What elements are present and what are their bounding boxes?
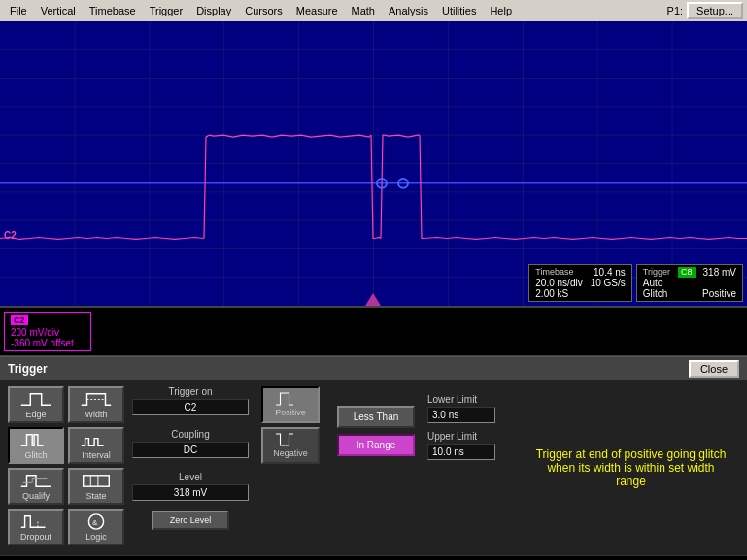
menu-display[interactable]: Display [190,3,237,18]
timebase-val: 10.4 ns [594,267,626,278]
trigger-types: Edge Width Glitch Interval Qualify [8,386,124,549]
ch2-vdiv: 200 mV/div [11,327,85,338]
trigger-title: Trigger [8,362,48,376]
level-input[interactable] [132,484,249,501]
menubar: File Vertical Timebase Trigger Display C… [0,0,747,21]
trigger-type-interval[interactable]: Interval [68,427,124,464]
p1-label: P1: [667,5,684,16]
trigger-type-dropout[interactable]: Dropout [8,509,64,545]
coupling-label: Coupling [132,429,249,440]
svg-marker-21 [365,293,381,306]
less-than-button[interactable]: Less Than [337,406,415,428]
status-bar: C2 200 mV/div -360 mV offset [0,308,747,356]
menu-math[interactable]: Math [346,3,381,18]
menu-cursors[interactable]: Cursors [239,3,289,18]
menu-timebase[interactable]: Timebase [84,3,142,18]
width-label: Width [85,410,107,419]
menu-trigger[interactable]: Trigger [144,3,188,18]
trigger-header: Trigger Close [0,357,747,380]
in-range-button[interactable]: In Range [337,434,415,456]
scope-info-right: Timebase 10.4 ns 20.0 ns/div 10 GS/s 2.0… [528,264,743,302]
trigger-on-row: Trigger on [132,386,249,415]
trigger-on-label: Trigger on [132,386,249,397]
logic-label: Logic [85,532,107,542]
polarity-negative-btn[interactable]: Negative [261,427,320,464]
ks-val: 2.00 kS [535,288,568,299]
lower-limit-label: Lower Limit [427,394,515,405]
qualify-label: Qualify [22,491,50,501]
timebase-label: Timebase [535,267,573,278]
close-button[interactable]: Close [689,360,739,378]
coupling-input[interactable] [132,442,249,458]
trigger-info-label: Trigger [643,267,670,278]
level-row: Level [132,472,249,501]
trigger-mode-val: Auto [643,278,663,288]
trigger-mv-val: 318 mV [703,267,736,278]
coupling-row: Coupling [132,429,249,458]
trigger-settings: Trigger on Coupling Level Zero Level [132,386,249,549]
upper-limit-label: Upper Limit [427,431,515,442]
trigger-channel-badge: C8 [678,267,696,278]
trigger-pol-val: Positive [702,288,736,299]
menu-file[interactable]: File [4,3,33,18]
gs-val: 10 GS/s [591,278,626,288]
trigger-type-edge[interactable]: Edge [8,386,64,423]
svg-rect-23 [84,476,110,486]
scope-display: C2 Timebase 10.4 ns 20.0 ns/div 10 GS/s … [0,21,747,308]
menu-analysis[interactable]: Analysis [383,3,434,18]
footer: LeCroy 3/18/2003 2:12:02 AM [0,555,747,560]
trigger-type-state[interactable]: State [68,468,124,505]
ch2-info: C2 200 mV/div -360 mV offset [4,312,91,351]
interval-label: Interval [82,450,111,460]
upper-limit-row: Upper Limit [427,431,515,460]
edge-label: Edge [25,410,46,419]
trigger-type-val: Glitch [643,288,668,299]
range-col: Less Than In Range [332,386,420,549]
trigger-info-box: Trigger C8 318 mV Auto Glitch Positive [636,264,743,302]
trigger-on-input[interactable] [132,399,249,415]
ch2-badge: C2 [11,315,28,325]
level-label: Level [132,472,249,482]
menu-help[interactable]: Help [484,3,518,18]
setup-button[interactable]: Setup... [687,2,743,19]
polarity-col: Positive Negative [256,386,324,549]
p1-area: P1: Setup... [667,2,743,19]
ch2-offset: -360 mV offset [11,338,85,348]
timebase-box: Timebase 10.4 ns 20.0 ns/div 10 GS/s 2.0… [528,264,632,302]
polarity-positive-label: Positive [275,408,306,417]
upper-limit-input[interactable] [427,444,495,460]
menu-measure[interactable]: Measure [290,3,344,18]
trigger-panel: Trigger Close Edge Width Glitch In [0,356,747,555]
trigger-type-glitch[interactable]: Glitch [8,427,64,464]
zero-level-button[interactable]: Zero Level [152,511,229,530]
trigger-type-qualify[interactable]: Qualify [8,468,64,505]
svg-text:&: & [92,518,97,527]
limits-col: Lower Limit Upper Limit [427,386,515,549]
dropout-label: Dropout [20,532,51,542]
polarity-positive-btn[interactable]: Positive [261,386,320,423]
glitch-label: Glitch [24,450,47,460]
state-label: State [85,491,106,501]
trigger-type-logic[interactable]: & Logic [68,509,124,545]
trigger-type-width[interactable]: Width [68,386,124,423]
polarity-negative-label: Negative [273,448,308,458]
menu-vertical[interactable]: Vertical [35,3,82,18]
lower-limit-row: Lower Limit [427,394,515,423]
info-text: Trigger at end of positive going glitch … [523,386,739,549]
trigger-body: Edge Width Glitch Interval Qualify [0,380,747,555]
lower-limit-input[interactable] [427,407,495,423]
menu-utilities[interactable]: Utilities [436,3,482,18]
ns-div-val: 20.0 ns/div [535,278,582,288]
ch2-label: C2 [4,230,17,241]
